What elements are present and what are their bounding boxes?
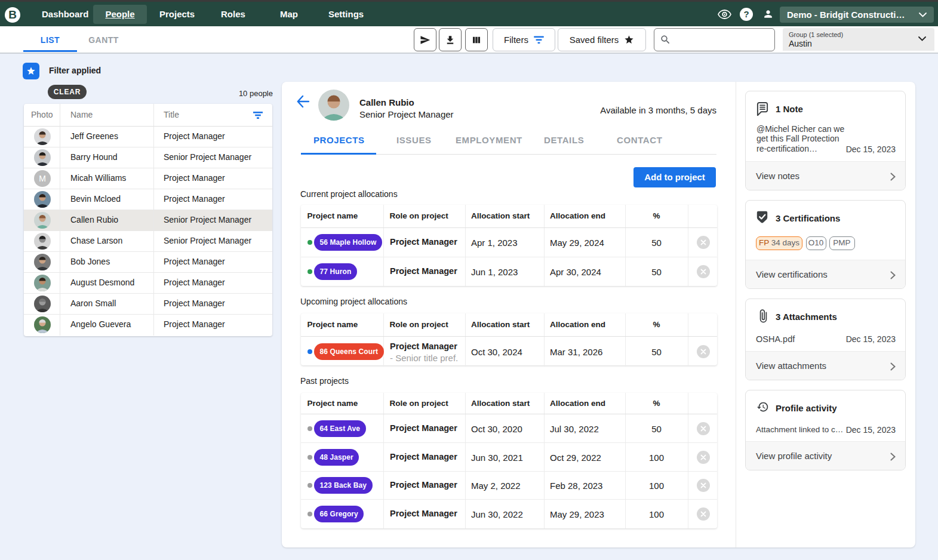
svg-text:M: M [39,174,46,183]
